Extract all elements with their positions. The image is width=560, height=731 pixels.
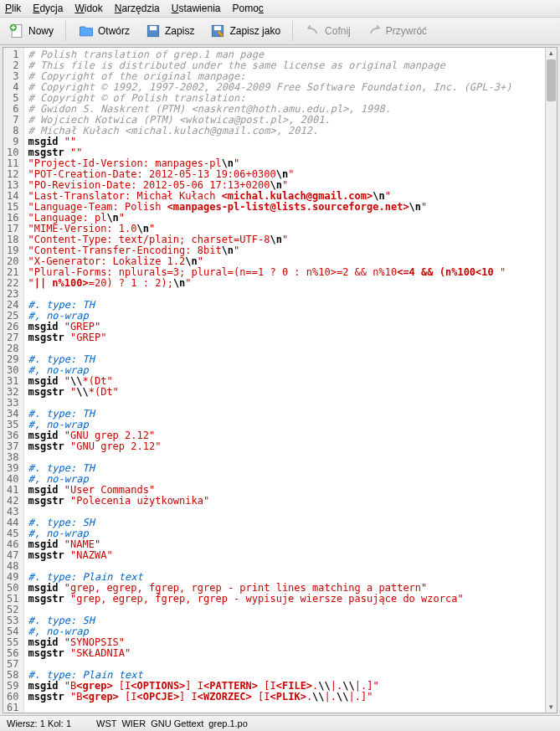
toolbar: Nowy Otwórz Zapisz Zapisz jako Cofnij Pr… [0, 18, 560, 45]
undo-label: Cofnij [325, 25, 351, 37]
scroll-down-icon[interactable]: ▾ [546, 702, 557, 713]
redo-icon [366, 23, 383, 39]
menu-pomoc[interactable]: Pomoc [232, 3, 263, 14]
saveas-icon [209, 23, 226, 39]
status-modes: WST WIER GNU Gettext grep.1.po [96, 718, 248, 728]
open-label: Otwórz [98, 25, 130, 37]
new-label: Nowy [28, 25, 54, 37]
saveas-button[interactable]: Zapisz jako [206, 21, 284, 41]
statusbar: Wiersz: 1 Kol: 1 WST WIER GNU Gettext gr… [0, 715, 560, 731]
scrollbar[interactable]: ▴ ▾ [545, 48, 557, 713]
open-button[interactable]: Otwórz [74, 21, 133, 41]
open-icon [78, 23, 95, 39]
menu-narzedzia[interactable]: Narzędzia [115, 3, 160, 14]
svg-rect-5 [214, 26, 221, 30]
svg-rect-3 [150, 26, 157, 30]
menu-plik[interactable]: Plik [5, 3, 21, 14]
scroll-thumb[interactable] [547, 59, 556, 101]
line-gutter: 1234567891011121314151617181920212223242… [3, 48, 24, 713]
menu-edycja[interactable]: Edycja [33, 3, 63, 14]
separator [292, 21, 293, 41]
save-icon [145, 23, 162, 39]
undo-icon [305, 23, 321, 39]
redo-button[interactable]: Przywróć [362, 21, 430, 41]
new-button[interactable]: Nowy [5, 21, 57, 41]
save-button[interactable]: Zapisz [141, 21, 198, 41]
scroll-up-icon[interactable]: ▴ [546, 48, 557, 59]
menubar: Plik Edycja Widok Narzędzia Ustawienia P… [0, 0, 560, 18]
editor: 1234567891011121314151617181920212223242… [3, 47, 557, 713]
cursor-position: Wiersz: 1 Kol: 1 [7, 718, 71, 728]
saveas-label: Zapisz jako [229, 25, 280, 37]
menu-widok[interactable]: Widok [74, 3, 102, 14]
redo-label: Przywróć [386, 25, 427, 37]
save-label: Zapisz [165, 25, 194, 37]
separator [65, 21, 66, 41]
new-icon [8, 23, 25, 39]
code-area[interactable]: # Polish translation of grep.1 man page#… [24, 48, 545, 713]
undo-button[interactable]: Cofnij [301, 21, 354, 41]
menu-ustawienia[interactable]: Ustawienia [172, 3, 221, 14]
